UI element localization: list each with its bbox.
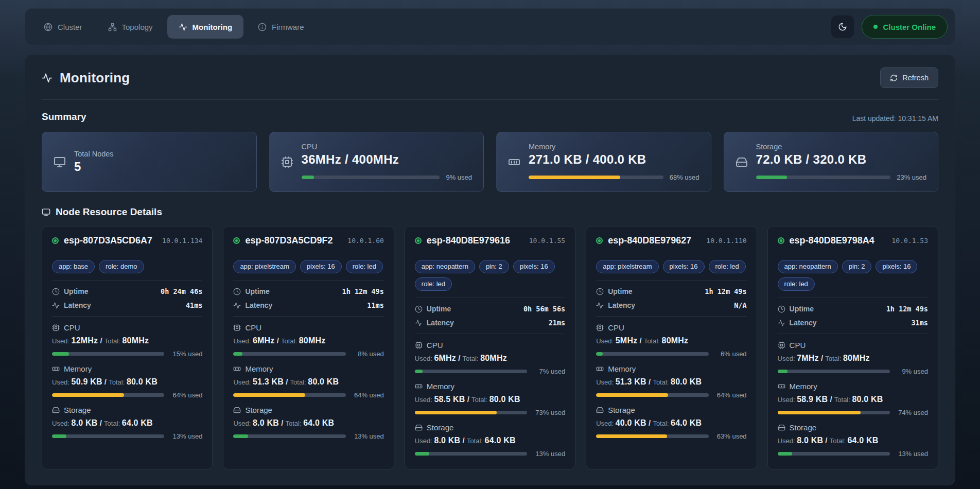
divider (415, 253, 565, 253)
resource-used-value: 58.5 KB (434, 395, 465, 404)
uptime-value: 0h 24m 46s (161, 287, 202, 295)
node-storage-progress-bar (778, 452, 890, 456)
latency-value: N/A (734, 301, 746, 309)
resource-label: Storage (790, 423, 817, 432)
activity-icon (233, 302, 241, 309)
summary-card-body: CPU36MHz / 400MHz9% used (302, 143, 472, 181)
node-memory-progress-bar (415, 411, 527, 414)
cpu-icon (281, 156, 293, 168)
slash-separator: / (279, 418, 286, 427)
node-storage-usage-row: 13% used (233, 432, 383, 440)
node-cpu-progress-bar (778, 370, 890, 373)
uptime-row: Uptime0h 56m 56s (415, 305, 565, 313)
uptime-label: Uptime (427, 305, 451, 313)
resource-label: CPU (427, 341, 443, 350)
resource-storage: StorageUsed: 8.0 KB / Total: 64.0 KB13% … (52, 406, 202, 440)
memory-icon (596, 365, 604, 373)
latency-row: Latency21ms (415, 319, 565, 327)
slash-separator: / (828, 395, 834, 404)
node-memory-percent-label: 64% used (169, 391, 202, 399)
refresh-icon (890, 74, 898, 82)
node-header: esp-807D3A5CD9F210.0.1.60 (233, 235, 383, 246)
node-cpu-usage-row: 9% used (778, 368, 928, 375)
node-header: esp-840D8E9798A410.0.1.53 (778, 235, 928, 246)
divider (778, 253, 928, 253)
node-card: esp-840D8E97962710.0.1.110app: pixelstre… (586, 226, 757, 469)
node-status-dot-icon (778, 237, 784, 244)
cluster-icon (44, 23, 52, 31)
uptime-label: Uptime (790, 305, 814, 313)
clock-icon (778, 305, 785, 313)
summary-cpu-progress-fill (302, 176, 314, 179)
node-cpu-usage-row: 7% used (415, 368, 565, 375)
nodes-section: Node Resource Details esp-807D3A5CD6A710… (42, 206, 938, 469)
resource-used-value: 8.0 KB (434, 436, 460, 445)
resource-label-row: Storage (778, 423, 928, 432)
uptime-value: 1h 12m 49s (705, 287, 746, 295)
nav-right: Cluster Online (831, 15, 948, 39)
refresh-button[interactable]: Refresh (880, 67, 938, 88)
slash-separator: / (460, 436, 467, 445)
node-storage-percent-label: 63% used (714, 432, 747, 440)
node-name: esp-840D8E979616 (427, 235, 510, 246)
harddrive-icon (778, 424, 785, 431)
page-title-text: Monitoring (60, 70, 130, 86)
node-tag: pixels: 16 (663, 260, 705, 273)
summary-cpu-percent-label: 9% used (446, 173, 472, 181)
resource-used-value: 6MHz (253, 336, 275, 345)
clock-icon (52, 288, 60, 295)
node-tags: app: neopatternpin: 2pixels: 16role: led (778, 260, 928, 291)
summary-card-value: 36MHz / 400MHz (302, 152, 472, 167)
resource-cpu: CPUUsed: 6MHz / Total: 80MHz8% used (233, 323, 383, 358)
node-cpu-progress-bar (233, 352, 345, 356)
summary-card-body: Total Nodes5 (74, 150, 245, 174)
resource-label: Storage (608, 406, 635, 414)
summary-card-total-nodes: Total Nodes5 (42, 132, 257, 192)
tab-cluster[interactable]: Cluster (32, 15, 94, 39)
resource-total-value: 80.0 KB (671, 377, 702, 386)
divider (778, 298, 928, 298)
resource-total-value: 64.0 KB (303, 418, 334, 427)
latency-label: Latency (790, 319, 817, 327)
resource-total-value: 80.0 KB (489, 395, 520, 404)
resource-used-value: 58.9 KB (797, 395, 828, 404)
resource-usage-text: Used: 5MHz / Total: 80MHz (596, 336, 746, 345)
latency-value: 41ms (186, 301, 203, 309)
resource-total-value: 64.0 KB (847, 436, 878, 445)
node-memory-progress-bar (596, 393, 708, 397)
summary-card-value: 72.0 KB / 320.0 KB (756, 152, 927, 167)
resource-label-row: CPU (52, 323, 202, 332)
node-cpu-usage-row: 15% used (52, 350, 202, 358)
divider (596, 316, 746, 317)
resource-used-value: 51.3 KB (616, 377, 646, 386)
node-tags: app: pixelstreampixels: 16role: led (233, 260, 383, 273)
divider (233, 280, 383, 281)
resource-label-row: CPU (415, 341, 565, 350)
summary-memory-usage-row: 68% used (529, 173, 699, 181)
tab-monitoring[interactable]: Monitoring (167, 15, 243, 39)
monitor-icon (42, 208, 50, 217)
theme-toggle-button[interactable] (831, 15, 854, 39)
tab-topology[interactable]: Topology (97, 15, 164, 39)
memory-icon (233, 365, 241, 373)
node-memory-progress-fill (415, 411, 497, 414)
node-tag: role: led (346, 260, 383, 273)
resource-usage-text: Used: 6MHz / Total: 80MHz (415, 354, 565, 363)
resource-usage-text: Used: 50.9 KB / Total: 80.0 KB (52, 377, 202, 387)
resource-label-row: Memory (778, 382, 928, 391)
node-memory-progress-fill (778, 411, 861, 414)
node-ip: 10.0.1.53 (892, 237, 928, 244)
node-tag: pixels: 16 (513, 260, 555, 273)
tab-firmware[interactable]: Firmware (247, 15, 316, 39)
summary-cpu-usage-row: 9% used (302, 173, 472, 181)
node-name: esp-840D8E979627 (608, 235, 691, 246)
memory-icon (52, 365, 60, 373)
node-cpu-percent-label: 9% used (895, 368, 928, 375)
resource-usage-text: Used: 8.0 KB / Total: 64.0 KB (233, 418, 383, 428)
node-storage-usage-row: 13% used (52, 432, 202, 440)
node-card: esp-807D3A5CD6A710.0.1.134app: baserole:… (42, 226, 213, 469)
divider (415, 334, 565, 334)
cpu-icon (52, 324, 60, 331)
uptime-label: Uptime (608, 287, 632, 295)
summary-title: Summary (42, 111, 86, 123)
